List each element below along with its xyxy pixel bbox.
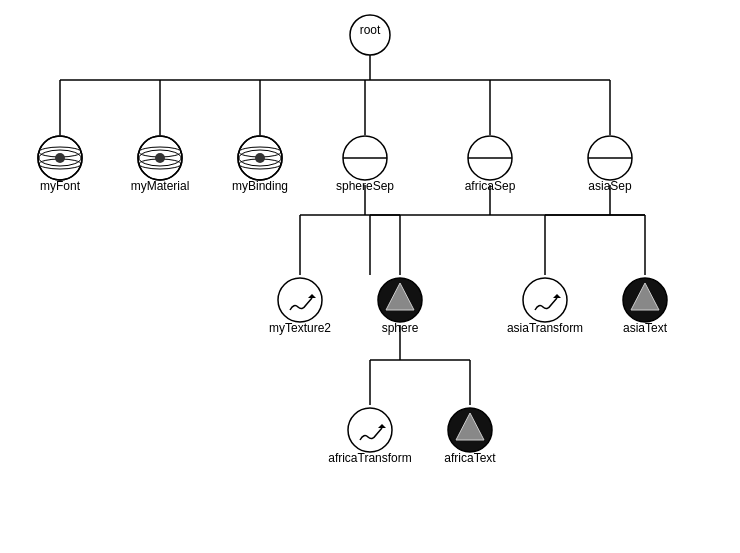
myFont-label: myFont (40, 179, 81, 193)
myBinding-label: myBinding (232, 179, 288, 193)
africaText-label: africaText (444, 451, 496, 465)
africaTransform-node[interactable] (348, 408, 392, 452)
svg-point-37 (255, 153, 265, 163)
scene-graph-canvas: root myFont myMaterial myBinding sphereS… (0, 0, 740, 553)
root-label: root (360, 23, 381, 37)
myTexture2-node[interactable] (278, 278, 322, 322)
svg-point-27 (55, 153, 65, 163)
sphereSep-label: sphereSep (336, 179, 394, 193)
asiaText-label: asiaText (623, 321, 668, 335)
asiaTransform-node[interactable] (523, 278, 567, 322)
asiaTransform-label: asiaTransform (507, 321, 583, 335)
svg-point-32 (155, 153, 165, 163)
africaSep-label: africaSep (465, 179, 516, 193)
asiaSep-label: asiaSep (588, 179, 632, 193)
sphere-label: sphere (382, 321, 419, 335)
myMaterial-label: myMaterial (131, 179, 190, 193)
myTexture2-label: myTexture2 (269, 321, 331, 335)
africaTransform-label: africaTransform (328, 451, 412, 465)
tree-svg: root myFont myMaterial myBinding sphereS… (0, 0, 740, 553)
